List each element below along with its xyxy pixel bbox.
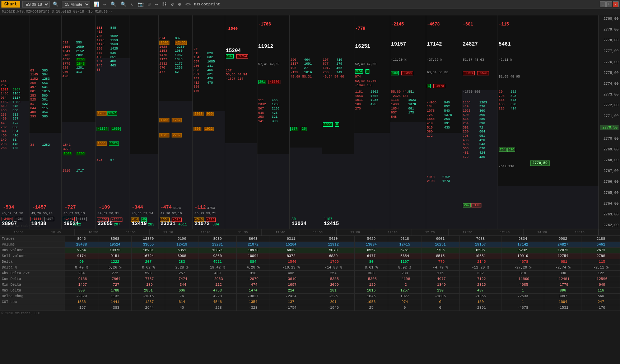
col-1220: -779 16251 52,40 47,60 97452,40 47,60-18… bbox=[354, 15, 390, 229]
settings-icon[interactable]: ⚙ bbox=[177, 1, 182, 7]
data-table: Trades 8646 8568 12370 5196 8939 8643 63… bbox=[0, 235, 620, 364]
time-tick-1150: 11:50 bbox=[299, 229, 337, 235]
cell: -7757 bbox=[132, 276, 165, 282]
table-row-max-delta: Max Delta 380 1788 2851 606 4753 1474 21… bbox=[0, 288, 620, 294]
cell: 247 bbox=[582, 299, 620, 305]
cell: 1257 bbox=[388, 288, 421, 294]
cell: -5305 bbox=[355, 276, 388, 282]
cell: 130 bbox=[421, 288, 460, 294]
cell: 17142 bbox=[502, 242, 544, 248]
cell: -1849 bbox=[421, 282, 460, 288]
table-row-cum-delta: Cum Delta -9186 -7964 -7757 -7474 -2963 … bbox=[0, 276, 620, 282]
time-tick-1400: 14:10 bbox=[561, 229, 598, 235]
cell: 25 bbox=[355, 305, 388, 311]
pencil-icon[interactable]: ✏️ bbox=[102, 1, 107, 7]
arrow-icon[interactable]: <> bbox=[184, 2, 192, 7]
cell: 10373 bbox=[98, 248, 132, 253]
properties-icon[interactable]: ⊞ bbox=[147, 1, 152, 7]
cell: 1 bbox=[502, 299, 544, 305]
row-label-delta-chng: Delta chng bbox=[0, 294, 65, 299]
row-label-max-delta: Max Delta bbox=[0, 288, 65, 294]
close-button[interactable]: ✕ bbox=[613, 1, 619, 7]
cell: -3619 bbox=[270, 276, 312, 282]
maximize-button[interactable]: □ bbox=[606, 1, 612, 7]
table-row-volume: Volume 18438 19524 33655 12419 23231 210… bbox=[0, 242, 620, 248]
timeframe-select[interactable]: 15 Minute bbox=[62, 1, 90, 8]
search-icon[interactable]: 🔍 bbox=[52, 1, 60, 7]
cell: 6557 bbox=[355, 248, 388, 253]
table-row-sell-volume: Sell volume 9174 9151 16724 6068 9360 10… bbox=[0, 253, 620, 259]
cell: 11912 bbox=[312, 242, 355, 248]
cell: 214 bbox=[270, 288, 312, 294]
cell: -12596 bbox=[582, 276, 620, 282]
cell: 2673 bbox=[582, 248, 620, 253]
bar-chart-icon[interactable]: 📊 bbox=[92, 1, 100, 7]
zoom-out-icon[interactable]: 🔍 bbox=[120, 1, 127, 7]
time-axis: 10:30 10:40 10:50 11:00 11:10 11:20 11:3… bbox=[0, 229, 620, 235]
cell: -779 bbox=[421, 259, 460, 265]
cell: -197 bbox=[65, 305, 98, 311]
cell: 4,20 % bbox=[237, 265, 270, 271]
cell: -1697 bbox=[270, 282, 312, 288]
cell: 12415 bbox=[388, 242, 421, 248]
table-footer: © 2018 mzTrader, LLC bbox=[0, 311, 620, 316]
time-tick-1200: 12:00 bbox=[337, 229, 374, 235]
price-tick: 2760,00 bbox=[600, 17, 619, 21]
cell: 4511 bbox=[199, 259, 237, 265]
cell: 1132 bbox=[98, 294, 132, 299]
cell: 116 bbox=[582, 288, 620, 294]
cell: -1754 bbox=[270, 305, 312, 311]
cell: 10651 bbox=[459, 253, 502, 259]
cell: 8568 bbox=[98, 236, 132, 242]
zoom-in-icon[interactable]: 🔍 bbox=[109, 1, 117, 7]
cell: 40 bbox=[165, 305, 199, 311]
indicator-title: mzFootprint bbox=[194, 2, 220, 6]
cell: 7736 bbox=[421, 248, 460, 253]
cell: 137 bbox=[270, 299, 312, 305]
cell: 1107 bbox=[388, 259, 421, 265]
cell: 291 bbox=[312, 299, 355, 305]
cell: 1027 bbox=[388, 294, 421, 299]
cell: 10978 bbox=[237, 248, 270, 253]
cell: -1531 bbox=[544, 305, 582, 311]
cell: -2329 bbox=[65, 294, 98, 299]
link-icon[interactable]: ⛓ bbox=[161, 2, 168, 7]
cell: 90 bbox=[65, 259, 98, 265]
col-1140: -1540 15204 13755,06 44,94-1697 214 137 … bbox=[225, 15, 257, 229]
arrows-icon[interactable]: ↔ bbox=[154, 2, 159, 7]
cell: -474 bbox=[237, 282, 270, 288]
time-tick-1120: 11:20 bbox=[187, 229, 224, 235]
col-1250: -681 24827 51,37 48,63 -1004 -1531 -1770… bbox=[462, 15, 498, 229]
table-row-min-delta: Min Delta -1457 -727 -189 -344 -112 -474… bbox=[0, 282, 620, 288]
cell: -2391 bbox=[459, 305, 502, 311]
cell: 0 bbox=[421, 305, 460, 311]
instrument-select[interactable]: ES 09-18 bbox=[22, 1, 50, 8]
time-tick-1230: 12:30 bbox=[449, 229, 486, 235]
cell: 430 bbox=[199, 271, 237, 276]
table-row-cot-low: COT Low 1538 1441 -1257 614 4546 1354 13… bbox=[0, 299, 620, 305]
refresh-icon[interactable]: ↺ bbox=[170, 1, 175, 7]
cell: -2145 bbox=[459, 259, 502, 265]
cell: 6901 bbox=[421, 236, 460, 242]
cell: 2851 bbox=[132, 288, 165, 294]
chart-label[interactable]: Chart bbox=[1, 1, 20, 8]
cell: 18438 bbox=[65, 242, 98, 248]
cell: 238 bbox=[388, 271, 421, 276]
camera-icon[interactable]: 📷 bbox=[137, 1, 145, 7]
time-tick-1140: 11:40 bbox=[262, 229, 299, 235]
cell: 180 bbox=[459, 299, 502, 305]
minimize-button[interactable]: _ bbox=[600, 1, 606, 7]
cell: -2325 bbox=[459, 282, 502, 288]
cell: -4905 bbox=[502, 282, 544, 288]
cell: 23231 bbox=[199, 242, 237, 248]
cell: 33655 bbox=[132, 242, 165, 248]
cell: 1354 bbox=[237, 299, 270, 305]
cell: -649 bbox=[582, 282, 620, 288]
row-label-cum-delta: Cum Delta bbox=[0, 276, 65, 282]
subtitle-text: MZpack.NT8.mzFootprint 3.10.0(ES 09-18 (… bbox=[2, 10, 112, 14]
price-tick: 2770,00 bbox=[600, 137, 619, 141]
time-tick-1050: 10:50 bbox=[75, 229, 112, 235]
cell: 9264 bbox=[65, 248, 98, 253]
cursor-icon[interactable]: ↖ bbox=[130, 1, 135, 7]
time-tick-1240: 12:40 bbox=[486, 229, 523, 235]
